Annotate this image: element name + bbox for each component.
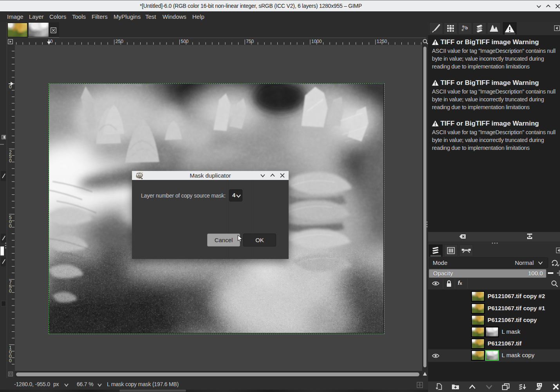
svg-text:0: 0: [9, 288, 12, 294]
svg-text:250: 250: [116, 39, 123, 44]
svg-text:750: 750: [246, 39, 254, 44]
svg-text:0: 0: [9, 223, 12, 229]
svg-text:0: 0: [9, 358, 12, 363]
svg-text:b: b: [465, 25, 468, 30]
svg-text:0: 0: [9, 158, 12, 164]
svg-text:500: 500: [181, 39, 189, 44]
svg-text:c: c: [462, 28, 464, 32]
svg-text:0: 0: [50, 39, 53, 44]
